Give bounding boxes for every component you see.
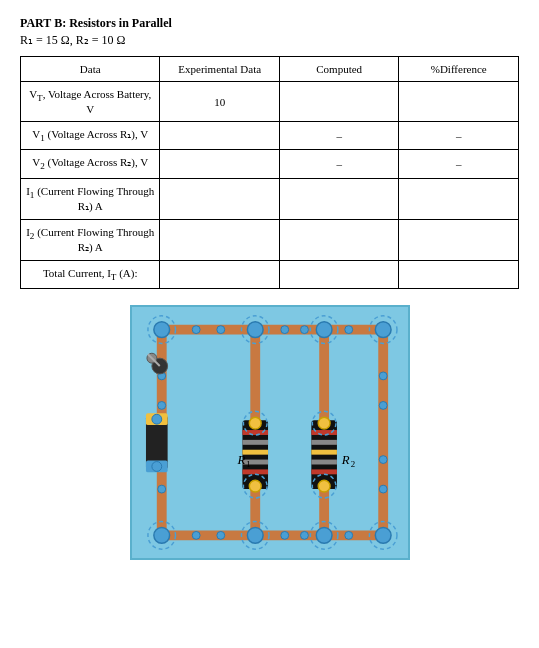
svg-point-12 xyxy=(247,528,263,544)
cell-comp-1: – xyxy=(279,122,399,150)
svg-rect-56 xyxy=(311,440,337,445)
svg-point-25 xyxy=(300,326,308,334)
part-title: PART B: Resistors in Parallel xyxy=(20,16,519,31)
svg-point-11 xyxy=(316,322,332,338)
cell-exp-3 xyxy=(160,178,280,219)
cell-diff-4 xyxy=(399,219,519,260)
cell-diff-5 xyxy=(399,260,519,288)
svg-point-44 xyxy=(151,462,161,472)
table-row: I2 (Current Flowing Through R₂) A xyxy=(21,219,519,260)
svg-point-29 xyxy=(280,532,288,540)
svg-point-23 xyxy=(216,326,224,334)
cell-diff-2: – xyxy=(399,150,519,178)
cell-comp-2: – xyxy=(279,150,399,178)
svg-point-62 xyxy=(249,480,261,492)
subtitle: R₁ = 15 Ω, R₂ = 10 Ω xyxy=(20,33,519,48)
svg-point-27 xyxy=(192,532,200,540)
cell-comp-4 xyxy=(279,219,399,260)
cell-diff-3 xyxy=(399,178,519,219)
svg-point-22 xyxy=(192,326,200,334)
table-row: VT, Voltage Across Battery, V10 xyxy=(21,82,519,122)
col-header-computed: Computed xyxy=(279,57,399,82)
cell-diff-0 xyxy=(399,82,519,122)
svg-point-36 xyxy=(379,372,387,380)
cell-data-4: I2 (Current Flowing Through R₂) A xyxy=(21,219,160,260)
svg-point-61 xyxy=(318,417,330,429)
svg-point-60 xyxy=(249,417,261,429)
circuit-wrapper: R 1 R 2 xyxy=(20,305,519,560)
cell-data-5: Total Current, IT (A): xyxy=(21,260,160,288)
cell-data-2: V2 (Voltage Across R₂), V xyxy=(21,150,160,178)
table-row: V1 (Voltage Across R₁), V–– xyxy=(21,122,519,150)
svg-text:2: 2 xyxy=(350,460,354,470)
svg-point-6 xyxy=(153,322,169,338)
svg-point-13 xyxy=(316,528,332,544)
table-row: Total Current, IT (A): xyxy=(21,260,519,288)
col-header-data: Data xyxy=(21,57,160,82)
cell-comp-3 xyxy=(279,178,399,219)
table-row: I1 (Current Flowing Through R₁) A xyxy=(21,178,519,219)
svg-point-7 xyxy=(375,322,391,338)
cell-data-3: I1 (Current Flowing Through R₁) A xyxy=(21,178,160,219)
svg-point-9 xyxy=(375,528,391,544)
svg-point-8 xyxy=(153,528,169,544)
svg-point-39 xyxy=(379,485,387,493)
svg-point-38 xyxy=(379,456,387,464)
svg-point-24 xyxy=(280,326,288,334)
svg-point-28 xyxy=(216,532,224,540)
cell-exp-2 xyxy=(160,150,280,178)
svg-point-10 xyxy=(247,322,263,338)
svg-point-30 xyxy=(300,532,308,540)
cell-diff-1: – xyxy=(399,122,519,150)
svg-rect-58 xyxy=(311,460,337,465)
cell-exp-0: 10 xyxy=(160,82,280,122)
svg-point-33 xyxy=(157,402,165,410)
svg-rect-59 xyxy=(311,470,337,475)
svg-text:1: 1 xyxy=(246,460,250,470)
cell-exp-5 xyxy=(160,260,280,288)
circuit-svg: R 1 R 2 xyxy=(132,307,408,558)
svg-rect-50 xyxy=(242,440,268,445)
svg-point-63 xyxy=(318,480,330,492)
cell-data-1: V1 (Voltage Across R₁), V xyxy=(21,122,160,150)
col-header-experimental: Experimental Data xyxy=(160,57,280,82)
svg-rect-57 xyxy=(311,450,337,455)
svg-text:R: R xyxy=(236,454,245,468)
data-table: Data Experimental Data Computed %Differe… xyxy=(20,56,519,289)
svg-point-43 xyxy=(151,414,161,424)
cell-exp-1 xyxy=(160,122,280,150)
cell-exp-4 xyxy=(160,219,280,260)
circuit-container: R 1 R 2 xyxy=(130,305,410,560)
svg-point-26 xyxy=(344,326,352,334)
cell-comp-0 xyxy=(279,82,399,122)
svg-text:R: R xyxy=(340,454,349,468)
table-row: V2 (Voltage Across R₂), V–– xyxy=(21,150,519,178)
svg-point-31 xyxy=(344,532,352,540)
col-header-difference: %Difference xyxy=(399,57,519,82)
cell-data-0: VT, Voltage Across Battery, V xyxy=(21,82,160,122)
cell-comp-5 xyxy=(279,260,399,288)
svg-point-35 xyxy=(157,485,165,493)
svg-rect-51 xyxy=(242,450,268,455)
svg-point-37 xyxy=(379,402,387,410)
svg-rect-3 xyxy=(378,325,388,542)
